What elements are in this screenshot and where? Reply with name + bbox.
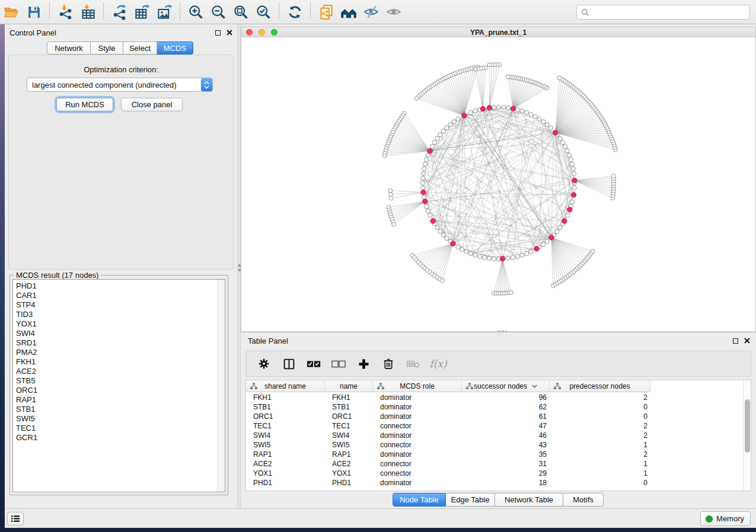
column-header-successor-nodes[interactable]: successor nodes <box>462 380 550 392</box>
zoom-selected-button[interactable] <box>252 2 275 22</box>
table-cell: TEC1 <box>325 421 373 431</box>
mcds-node-item[interactable]: YOX1 <box>13 319 225 329</box>
table-row[interactable]: STB1STB1dominator620 <box>246 402 743 412</box>
table-row[interactable]: SWI4SWI4dominator462 <box>246 431 743 440</box>
tab-node-table[interactable]: Node Table <box>393 493 446 507</box>
table-scrollbar[interactable] <box>743 380 751 491</box>
mcds-node-item[interactable]: RAP1 <box>13 395 225 405</box>
mcds-node-item[interactable]: PMA2 <box>13 348 225 357</box>
mcds-node-item[interactable]: ACE2 <box>13 367 225 376</box>
refresh-icon <box>287 4 303 20</box>
mcds-node-item[interactable]: GCR1 <box>13 433 225 443</box>
hide-selected-button[interactable] <box>360 2 382 22</box>
table-settings-button[interactable] <box>256 355 272 373</box>
refresh-button[interactable] <box>283 2 306 22</box>
attribute-type-icon <box>377 383 384 390</box>
first-neighbors-icon <box>340 4 358 20</box>
mcds-node-item[interactable]: CAR1 <box>13 291 225 300</box>
list-scrollbar[interactable] <box>217 280 225 492</box>
desktop: Control Panel NetworkStyleSelectMCDS Opt… <box>0 0 756 532</box>
float-panel-icon[interactable] <box>733 338 738 344</box>
mcds-node-item[interactable]: SWI4 <box>13 329 225 338</box>
mcds-result-list[interactable]: PHD1CAR1STP4TID3YOX1SWI4SRD1PMA2FKH1ACE2… <box>12 279 225 492</box>
table-cell: 43 <box>462 440 550 450</box>
show-all-button[interactable] <box>382 2 405 22</box>
zoom-in-button[interactable] <box>184 2 207 22</box>
zoom-out-button[interactable] <box>207 2 229 22</box>
tab-network-table[interactable]: Network Table <box>495 493 563 507</box>
create-column-button[interactable] <box>355 355 372 373</box>
table-row[interactable]: ACE2ACE2connector311 <box>246 459 743 469</box>
run-mcds-button[interactable]: Run MCDS <box>56 98 113 111</box>
mcds-node-item[interactable]: FKH1 <box>13 357 225 367</box>
table-cell: dominator <box>373 478 462 488</box>
mcds-node-item[interactable]: PHD1 <box>13 281 225 291</box>
memory-button[interactable]: Memory <box>700 511 751 526</box>
delete-table-icon <box>407 360 420 368</box>
export-table-button[interactable] <box>130 2 153 22</box>
search-input[interactable] <box>592 8 749 17</box>
table-row[interactable]: FKH1FKH1dominator962 <box>246 393 743 402</box>
save-session-button[interactable] <box>23 2 45 22</box>
criterion-dropdown[interactable]: largest connected component (undirected) <box>27 78 213 92</box>
open-file-button[interactable] <box>0 2 23 22</box>
table-scrollbar-thumb[interactable] <box>745 399 750 453</box>
column-header-name[interactable]: name <box>325 380 373 392</box>
mcds-node-item[interactable]: TID3 <box>13 310 225 319</box>
table-cell: 35 <box>462 450 550 459</box>
table-cell: 0 <box>550 478 650 488</box>
column-header-predecessor-nodes[interactable]: predecessor nodes <box>550 380 650 392</box>
import-table-button[interactable] <box>76 2 99 22</box>
mcds-node-item[interactable]: TEC1 <box>13 424 225 433</box>
network-canvas[interactable] <box>241 37 756 332</box>
table-cell: YOX1 <box>246 469 325 478</box>
table-cell: SWI5 <box>325 440 373 450</box>
tab-style[interactable]: Style <box>91 41 123 55</box>
close-panel-button[interactable]: Close panel <box>121 98 183 111</box>
close-panel-icon[interactable] <box>227 30 232 36</box>
tab-edge-table[interactable]: Edge Table <box>446 493 495 507</box>
delete-column-button[interactable] <box>380 355 397 373</box>
table-row[interactable]: PHD1PHD1dominator180 <box>246 478 743 488</box>
column-header-shared-name[interactable]: shared name <box>246 380 325 392</box>
trash-icon <box>383 358 394 370</box>
close-panel-icon[interactable] <box>744 338 750 344</box>
control-panel-tabs: NetworkStyleSelectMCDS <box>47 41 193 55</box>
mcds-node-item[interactable]: ORC1 <box>13 386 225 395</box>
search-field[interactable] <box>576 5 750 20</box>
show-panels-button[interactable] <box>7 512 24 525</box>
deselect-all-button[interactable] <box>330 355 347 373</box>
tab-network[interactable]: Network <box>47 41 91 55</box>
table-cell: 61 <box>462 412 550 421</box>
tab-select[interactable]: Select <box>123 41 157 55</box>
tab-mcds[interactable]: MCDS <box>157 41 193 55</box>
show-columns-button[interactable] <box>280 355 297 373</box>
import-network-button[interactable] <box>54 2 76 22</box>
zoom-in-icon <box>188 4 204 20</box>
mcds-node-item[interactable]: STB5 <box>13 376 225 386</box>
table-cell: 62 <box>462 402 550 412</box>
column-header-MCDS-role[interactable]: MCDS role <box>373 380 462 392</box>
table-row[interactable]: RAP1RAP1dominator352 <box>246 450 743 459</box>
table-row[interactable]: SWI5SWI5connector431 <box>246 440 743 450</box>
mcds-node-item[interactable]: STP4 <box>13 300 225 310</box>
export-network-button[interactable] <box>108 2 130 22</box>
tab-motifs[interactable]: Motifs <box>563 493 604 507</box>
table-cell: connector <box>373 440 462 450</box>
mcds-node-item[interactable]: SWI5 <box>13 414 225 424</box>
mcds-result-title: MCDS result (17 nodes) <box>14 271 101 280</box>
select-all-button[interactable] <box>305 355 322 373</box>
float-panel-icon[interactable] <box>215 30 221 36</box>
export-image-button[interactable] <box>153 2 176 22</box>
table-row[interactable]: ORC1ORC1dominator610 <box>246 412 743 421</box>
mcds-node-item[interactable]: STB1 <box>13 405 225 414</box>
first-neighbors-button[interactable] <box>337 2 360 22</box>
zoom-fit-button[interactable] <box>229 2 252 22</box>
mcds-node-item[interactable]: SRD1 <box>13 338 225 348</box>
duplicate-network-button[interactable] <box>315 2 337 22</box>
table-cell: 0 <box>550 402 650 412</box>
table-cell: SWI4 <box>246 431 325 440</box>
table-row[interactable]: YOX1YOX1connector291 <box>246 469 743 478</box>
table-row[interactable]: TEC1TEC1connector472 <box>246 421 743 431</box>
network-titlebar[interactable]: YPA_prune.txt_1 <box>241 27 755 37</box>
